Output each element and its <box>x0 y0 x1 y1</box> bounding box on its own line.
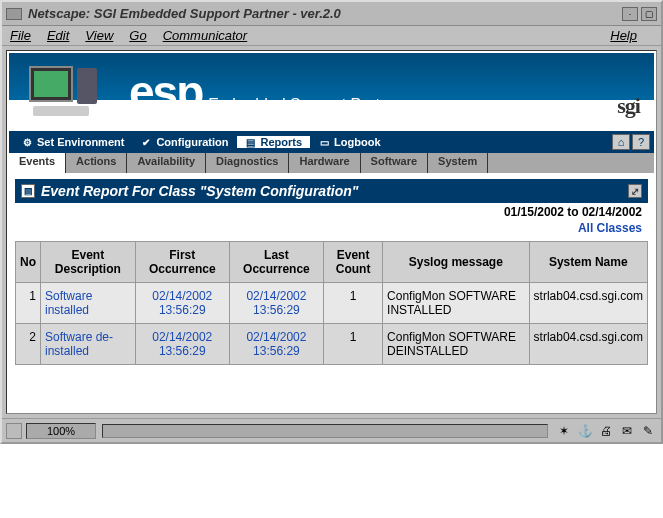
report-icon: ▤ <box>245 136 257 148</box>
check-icon: ✔ <box>140 136 152 148</box>
book-icon: ▭ <box>318 136 330 148</box>
col-desc: Event Description <box>41 242 136 283</box>
primary-nav: ⚙ Set Environment ✔ Configuration ▤ Repo… <box>9 131 654 153</box>
table-row: 1 Software installed 02/14/2002 13:56:29… <box>16 283 648 324</box>
cell-count: 1 <box>324 283 383 324</box>
tab-availability[interactable]: Availability <box>127 153 206 173</box>
col-first: First Occurrence <box>135 242 229 283</box>
gear-icon: ⚙ <box>21 136 33 148</box>
event-table: No Event Description First Occurrence La… <box>15 241 648 365</box>
menu-view[interactable]: View <box>85 28 113 43</box>
menu-help[interactable]: Help <box>610 28 637 43</box>
statusbar: 100% ✶ ⚓ 🖨 ✉ ✎ <box>2 418 661 442</box>
col-system: System Name <box>529 242 647 283</box>
titlebar: Netscape: SGI Embedded Support Partner -… <box>2 2 661 26</box>
system-menu-icon[interactable] <box>6 8 22 20</box>
cell-system: strlab04.csd.sgi.com <box>529 324 647 365</box>
content-area: esp Embedded Support Partner sgi ⚙ Set E… <box>6 50 657 414</box>
window-title: Netscape: SGI Embedded Support Partner -… <box>28 6 619 21</box>
menu-edit[interactable]: Edit <box>47 28 69 43</box>
tab-actions[interactable]: Actions <box>66 153 127 173</box>
tray-icon[interactable]: ✎ <box>639 423 657 439</box>
tab-system[interactable]: System <box>428 153 488 173</box>
cell-syslog: ConfigMon SOFTWARE DEINSTALLED <box>383 324 530 365</box>
table-row: 2 Software de-installed 02/14/2002 13:56… <box>16 324 648 365</box>
nav-set-environment[interactable]: ⚙ Set Environment <box>13 136 132 148</box>
browser-window: Netscape: SGI Embedded Support Partner -… <box>0 0 663 444</box>
sgi-brand: sgi <box>617 93 640 119</box>
cell-count: 1 <box>324 324 383 365</box>
tray-icon[interactable]: 🖨 <box>597 423 615 439</box>
cell-syslog: ConfigMon SOFTWARE INSTALLED <box>383 283 530 324</box>
menubar: File Edit View Go Communicator Help <box>2 26 661 46</box>
col-no: No <box>16 242 41 283</box>
status-message-area <box>102 424 548 438</box>
cell-no: 1 <box>16 283 41 324</box>
tab-events[interactable]: Events <box>9 153 66 173</box>
report-header-icon: ▤ <box>21 184 35 198</box>
tray-icon[interactable]: ⚓ <box>576 423 594 439</box>
menu-file[interactable]: File <box>10 28 31 43</box>
banner: esp Embedded Support Partner sgi <box>9 53 654 131</box>
status-icon[interactable] <box>6 423 22 439</box>
nav-configuration[interactable]: ✔ Configuration <box>132 136 236 148</box>
nav-set-environment-label: Set Environment <box>37 136 124 148</box>
menu-communicator[interactable]: Communicator <box>163 28 248 43</box>
tab-hardware[interactable]: Hardware <box>289 153 360 173</box>
col-count: Event Count <box>324 242 383 283</box>
col-syslog: Syslog message <box>383 242 530 283</box>
cell-system: strlab04.csd.sgi.com <box>529 283 647 324</box>
cell-last[interactable]: 02/14/2002 13:56:29 <box>229 324 323 365</box>
date-range: 01/15/2002 to 02/14/2002 <box>15 203 648 221</box>
menu-go[interactable]: Go <box>129 28 146 43</box>
report-title: Event Report For Class "System Configura… <box>41 183 358 199</box>
all-classes-link[interactable]: All Classes <box>578 221 642 235</box>
banner-subtitle: Embedded Support Partner <box>208 96 403 114</box>
home-button[interactable]: ⌂ <box>612 134 630 150</box>
cell-desc[interactable]: Software de-installed <box>41 324 136 365</box>
col-last: Last Occurrence <box>229 242 323 283</box>
tray-icon[interactable]: ✉ <box>618 423 636 439</box>
tab-diagnostics[interactable]: Diagnostics <box>206 153 289 173</box>
report-header: ▤ Event Report For Class "System Configu… <box>15 179 648 203</box>
minimize-button[interactable]: · <box>622 7 638 21</box>
computer-graphic-icon <box>19 62 119 122</box>
cell-first[interactable]: 02/14/2002 13:56:29 <box>135 283 229 324</box>
secondary-nav: Events Actions Availability Diagnostics … <box>9 153 654 173</box>
esp-logo: esp <box>129 66 202 118</box>
nav-logbook-label: Logbook <box>334 136 380 148</box>
zoom-level[interactable]: 100% <box>26 423 96 439</box>
nav-reports-label: Reports <box>261 136 303 148</box>
cell-last[interactable]: 02/14/2002 13:56:29 <box>229 283 323 324</box>
nav-configuration-label: Configuration <box>156 136 228 148</box>
cell-desc[interactable]: Software installed <box>41 283 136 324</box>
help-button[interactable]: ? <box>632 134 650 150</box>
nav-logbook[interactable]: ▭ Logbook <box>310 136 388 148</box>
maximize-button[interactable]: ▢ <box>641 7 657 21</box>
tray-icon[interactable]: ✶ <box>555 423 573 439</box>
cell-first[interactable]: 02/14/2002 13:56:29 <box>135 324 229 365</box>
expand-icon[interactable]: ⤢ <box>628 184 642 198</box>
tab-software[interactable]: Software <box>361 153 428 173</box>
report-panel: ▤ Event Report For Class "System Configu… <box>9 173 654 411</box>
cell-no: 2 <box>16 324 41 365</box>
nav-reports[interactable]: ▤ Reports <box>237 136 311 148</box>
